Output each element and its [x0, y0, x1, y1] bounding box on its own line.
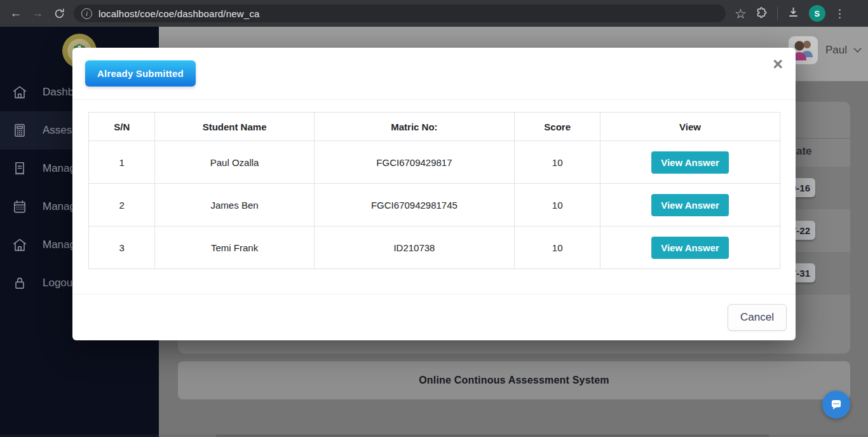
modal-footer: Cancel	[72, 294, 796, 340]
cell-score: 10	[515, 141, 600, 184]
chevron-down-icon	[853, 45, 862, 53]
url-text: localhost/coe/coe/dashboard/new_ca	[98, 8, 260, 19]
view-answer-button[interactable]: View Answer	[651, 194, 729, 216]
already-submitted-button[interactable]: Already Submitted	[85, 60, 196, 87]
footer-text: Online Continous Assessment System	[419, 375, 609, 386]
col-header-view: View	[600, 113, 780, 141]
cell-matric: FGCI6709429817	[314, 141, 515, 184]
table-row: 1 Paul Ozalla FGCI6709429817 10 View Ans…	[89, 141, 780, 184]
browser-forward-icon[interactable]: →	[27, 6, 48, 20]
screen: ← → i localhost/coe/coe/dashboard/new_ca…	[0, 0, 868, 437]
table-row: 3 Temi Frank ID210738 10 View Answer	[89, 226, 780, 269]
chat-bubble-icon	[828, 396, 844, 413]
page-footer: Online Continous Assessment System	[178, 361, 850, 399]
cell-matric: ID210738	[314, 226, 515, 269]
toolbar-divider	[777, 7, 778, 20]
cell-score: 10	[515, 226, 600, 269]
close-icon[interactable]: ×	[773, 54, 783, 74]
address-bar[interactable]: i localhost/coe/coe/dashboard/new_ca	[74, 4, 726, 22]
calculator-icon	[11, 122, 28, 139]
modal-header: Already Submitted ×	[72, 48, 796, 100]
cell-matric: FGCI670942981745	[314, 184, 515, 226]
col-header-score: Score	[515, 113, 600, 141]
submissions-table: S/N Student Name Matric No: Score View 1…	[88, 112, 780, 269]
browser-reload-icon[interactable]	[48, 8, 70, 20]
cell-view: View Answer	[600, 226, 780, 269]
home-icon	[11, 237, 28, 253]
toolbar-right-group: ☆ S ⋮	[735, 5, 849, 22]
sidebar-item-label: Logout	[43, 277, 76, 289]
cell-name: Paul Ozalla	[155, 141, 314, 184]
table-header-row: S/N Student Name Matric No: Score View	[89, 113, 780, 141]
receipt-icon	[11, 160, 28, 177]
browser-menu-icon[interactable]: ⋮	[834, 7, 849, 20]
cell-name: James Ben	[155, 184, 314, 226]
date-column-header: ate	[796, 145, 812, 158]
bottom-scrollbar[interactable]	[0, 434, 868, 437]
bottom-strip-left	[0, 434, 159, 437]
extensions-icon[interactable]	[756, 6, 768, 21]
col-header-matric: Matric No:	[314, 113, 515, 141]
downloads-icon[interactable]	[787, 6, 800, 21]
view-answer-button[interactable]: View Answer	[651, 151, 729, 174]
view-answer-button[interactable]: View Answer	[651, 237, 729, 259]
col-header-student-name: Student Name	[155, 113, 314, 141]
col-header-sn: S/N	[89, 113, 155, 141]
cell-sn: 1	[89, 141, 155, 184]
user-name: Paul	[825, 44, 847, 57]
chat-widget-button[interactable]	[822, 391, 850, 419]
table-row: 2 James Ben FGCI670942981745 10 View Ans…	[89, 184, 780, 226]
user-menu[interactable]: Paul	[789, 36, 860, 64]
browser-toolbar: ← → i localhost/coe/coe/dashboard/new_ca…	[0, 0, 868, 27]
browser-profile-avatar[interactable]: S	[809, 5, 825, 22]
page-viewport: Dashboard Assessment	[0, 27, 868, 437]
cell-sn: 2	[89, 184, 155, 226]
cell-name: Temi Frank	[155, 226, 314, 269]
calendar-icon	[11, 198, 28, 215]
cell-view: View Answer	[600, 141, 780, 184]
cell-score: 10	[515, 184, 600, 226]
home-icon	[11, 84, 28, 101]
site-info-icon[interactable]: i	[81, 8, 92, 19]
browser-back-icon[interactable]: ←	[5, 6, 27, 20]
modal-body: S/N Student Name Matric No: Score View 1…	[72, 100, 796, 294]
cell-view: View Answer	[600, 184, 780, 226]
lock-icon	[11, 275, 28, 291]
cancel-button[interactable]: Cancel	[728, 304, 787, 331]
bookmark-star-icon[interactable]: ☆	[735, 7, 747, 20]
already-submitted-modal: Already Submitted × S/N Student Name Mat…	[72, 48, 796, 340]
cell-sn: 3	[89, 226, 155, 269]
bottom-scrollbar-thumb[interactable]	[216, 434, 769, 437]
